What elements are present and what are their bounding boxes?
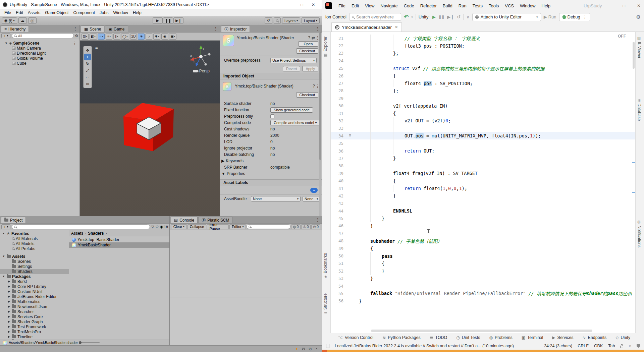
kebab-icon[interactable]: ⋮	[214, 26, 218, 31]
unity-menu-gameobject[interactable]: GameObject	[43, 10, 71, 15]
project-tree-item-all-materials[interactable]: All Materials	[0, 236, 69, 241]
code-line-35[interactable]: 35	[331, 139, 635, 147]
hierarchy-item-main-camera[interactable]: Main Camera	[0, 46, 79, 51]
code-line-55[interactable]: 55fallback "Hidden/Universal Render Pipe…	[331, 290, 635, 297]
audio-toggle[interactable]: ♪	[146, 34, 152, 40]
unity-minimize-button[interactable]: ─	[285, 2, 296, 7]
unity-pause-button[interactable]: ❚❚	[438, 15, 444, 19]
foldout-arrow[interactable]: ▶	[221, 159, 224, 163]
toolwindow-endpoints[interactable]: ∿Endpoints	[583, 335, 607, 340]
saved-search-icon[interactable]: ✩	[156, 225, 159, 229]
status-message[interactable]: Localized JetBrains Rider 2022.2.4 is av…	[335, 344, 539, 348]
revert-button[interactable]: Revert	[283, 66, 300, 71]
toolwindow-version-control[interactable]: ⌥Version Control	[338, 335, 373, 340]
rider-menu-build[interactable]: Build	[440, 3, 455, 8]
cube-object[interactable]	[120, 100, 178, 153]
code-line-54[interactable]: 54	[331, 282, 635, 290]
tab-game[interactable]: ◉Game	[105, 25, 128, 32]
assetbundle-dropdown[interactable]: None▾	[251, 196, 301, 201]
project-tree-item-newtonsoft-json[interactable]: ▶Newtonsoft Json	[0, 304, 69, 309]
code-line-48[interactable]: 48subshader // 子着色器（低配）	[331, 237, 635, 245]
quickfix-hammer-icon[interactable]: ⚒	[349, 133, 351, 137]
foldout-arrow[interactable]: ▶	[7, 300, 11, 303]
code-line-47[interactable]: 47	[331, 230, 635, 237]
info-badge[interactable]: ◍0	[291, 224, 301, 229]
caret-position[interactable]: 34:24 (3 chars)	[544, 344, 572, 348]
clear-button[interactable]: Clear▾	[171, 224, 187, 229]
readonly-lock-icon[interactable]	[620, 346, 623, 348]
layout-dropdown[interactable]: Layout▾	[302, 17, 320, 24]
unity-menu-edit[interactable]: Edit	[13, 10, 25, 15]
collapse-toolbar-chevron[interactable]: ∨	[466, 14, 470, 19]
code-line-25[interactable]: 25struct v2f // 顶点构成的三角形内部的每个显示在屏幕上的像素的数…	[331, 65, 635, 72]
project-tree-item-burst[interactable]: ▶Burst	[0, 279, 69, 284]
light-toggle[interactable]: ✳	[138, 34, 145, 40]
help-icon[interactable]: ?	[313, 84, 315, 89]
code-line-39[interactable]: 39float4 frag(v2f IN) : SV_TARGET	[331, 170, 635, 177]
code-line-53[interactable]: 53}	[331, 275, 635, 282]
step-button[interactable]: ▶❙	[173, 17, 183, 24]
rider-menu-navigate[interactable]: Navigate	[377, 3, 400, 8]
notifications-muted-icon[interactable]: ⊘	[309, 347, 312, 351]
unity-step-button[interactable]: ▶❙	[447, 14, 454, 19]
toolwindow-services[interactable]: ▶Services	[552, 335, 573, 340]
code-line-22[interactable]: 22float3 pos : POSITION;	[331, 42, 635, 49]
progress-icon[interactable]: ◔	[315, 347, 318, 351]
help-icon[interactable]: ?	[308, 36, 310, 40]
cloud-button[interactable]: ☁	[18, 17, 27, 24]
project-tree-item-textmeshpro[interactable]: ▶TextMeshPro	[0, 329, 69, 334]
add-object-button[interactable]: +▾	[1, 33, 10, 38]
editor-hscrollbar[interactable]	[371, 330, 592, 332]
foldout-arrow[interactable]: ▶	[7, 290, 11, 293]
search-button[interactable]	[274, 17, 281, 24]
code-line-42[interactable]: 42}	[331, 192, 635, 199]
foldout-arrow[interactable]: ▶	[7, 305, 11, 308]
label-tag-button[interactable]: ✦	[310, 188, 318, 193]
debug-button[interactable]: Debug ⋮	[559, 13, 590, 21]
editor-dropdown[interactable]: Editor▾	[229, 224, 246, 229]
checkout-button[interactable]: Checkout	[296, 48, 318, 54]
foldout-arrow[interactable]: ▼	[2, 255, 5, 258]
tab-inspector[interactable]: ⓘInspector	[221, 25, 250, 32]
code-line-50[interactable]: 50pass	[331, 252, 635, 259]
project-tree-item-all-models[interactable]: All Models	[0, 241, 69, 246]
close-button[interactable]: ✕	[631, 3, 644, 8]
camera-view-icon[interactable]: ◯▾	[121, 34, 129, 40]
message-icon[interactable]: ✉	[302, 347, 305, 351]
view-tool[interactable]: ✥	[84, 47, 91, 54]
maximize-button[interactable]: □	[616, 3, 631, 8]
measure-icon[interactable]: ∥▾	[113, 34, 120, 40]
kebab-icon[interactable]: ⋮	[73, 41, 77, 46]
filter-by-type-icon[interactable]: ▽	[151, 225, 154, 229]
rider-menu-view[interactable]: View	[362, 3, 377, 8]
presets-icon[interactable]: ⇄	[312, 36, 315, 40]
toolwindow-bookmarks[interactable]: ◈Bookmarks	[323, 253, 328, 279]
code-line-33[interactable]: 33	[331, 125, 635, 132]
editor-scrollbar[interactable]	[633, 42, 635, 69]
project-tree-item-favorites[interactable]: ▼★Favorites	[0, 231, 69, 236]
override-dropdown[interactable]: Use Project Settings▾	[270, 58, 317, 63]
unity-close-button[interactable]: ✕	[308, 2, 319, 7]
editor-tab-shader[interactable]: YmckBasicShader.shader ✕	[331, 22, 402, 32]
search-everywhere-input[interactable]: Search everywhere	[349, 13, 401, 21]
toolwindow-notifications[interactable]: ◎Notifications	[637, 220, 642, 247]
code-line-38[interactable]: 38	[331, 162, 635, 170]
project-tree-item-mathematics[interactable]: ▶Mathematics	[0, 299, 69, 304]
open-button[interactable]: Open	[298, 41, 318, 47]
foldout-arrow[interactable]: ▶	[7, 280, 11, 283]
code-line-51[interactable]: 51{	[331, 260, 635, 267]
file-item-ymckbasicshader[interactable]: SYmckBasicShader	[69, 242, 169, 248]
rect-tool[interactable]: ▭	[84, 74, 91, 80]
scene-visibility-toggle[interactable]: ◉	[161, 34, 168, 40]
toolwindow-python-packages[interactable]: ≋Python Packages	[382, 335, 420, 340]
project-tree-item-test-framework[interactable]: ▶Test Framework	[0, 324, 69, 329]
foldout-arrow[interactable]: ▶	[7, 325, 11, 328]
hierarchy-item-directional-light[interactable]: Directional Light	[0, 51, 79, 56]
project-search-input[interactable]	[12, 224, 150, 229]
rider-menu-tools[interactable]: Tools	[486, 3, 502, 8]
show-generated-code-button[interactable]: Show generated code	[270, 107, 313, 113]
move-tool[interactable]: ✛	[84, 54, 91, 60]
toolwindow-database[interactable]: ≣Database	[637, 99, 642, 121]
rider-menu-window[interactable]: Window	[517, 3, 538, 8]
inspector-scrollbar[interactable]	[319, 33, 321, 216]
